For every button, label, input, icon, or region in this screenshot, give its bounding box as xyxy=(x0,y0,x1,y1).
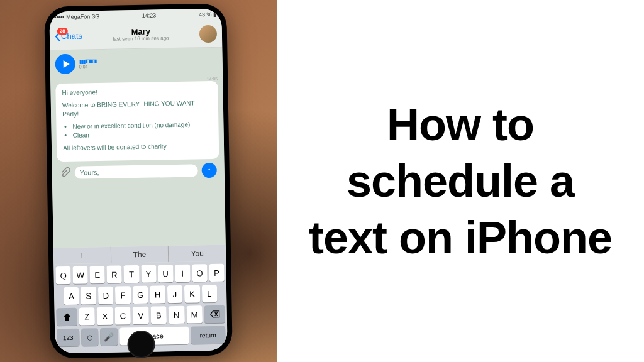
key-h[interactable]: H xyxy=(150,285,165,303)
battery-label: 43 % xyxy=(199,11,212,18)
photo-panel: ••••• MegaFon 3G 14:23 43 % ▮ Chats 28 M… xyxy=(0,0,277,362)
key-w[interactable]: W xyxy=(72,266,88,283)
key-q[interactable]: Q xyxy=(55,266,71,284)
return-key[interactable]: return xyxy=(191,326,226,344)
key-k[interactable]: K xyxy=(184,285,200,302)
message-bubble[interactable]: Hi everyone! Welcome to BRING EVERYTHING… xyxy=(55,81,219,162)
phone-screen: ••••• MegaFon 3G 14:23 43 % ▮ Chats 28 M… xyxy=(49,9,227,354)
key-f[interactable]: F xyxy=(115,286,131,304)
voice-duration: 0:04 xyxy=(79,64,96,69)
key-y[interactable]: Y xyxy=(141,265,157,283)
key-v[interactable]: V xyxy=(133,307,149,324)
mic-icon: 🎤 xyxy=(104,332,114,341)
key-d[interactable]: D xyxy=(98,287,114,304)
send-button[interactable]: ↑ xyxy=(202,163,217,178)
play-button[interactable] xyxy=(55,54,75,75)
key-i[interactable]: I xyxy=(175,265,191,282)
msg-intro: Welcome to BRING EVERYTHING YOU WANT Par… xyxy=(62,99,212,119)
suggestion[interactable]: The xyxy=(111,246,169,263)
network-label: 3G xyxy=(92,13,99,19)
last-seen-label: last seen 16 minutes ago xyxy=(86,36,196,43)
carrier-label: MegaFon xyxy=(66,13,90,20)
avatar[interactable] xyxy=(199,25,217,42)
attachment-icon[interactable] xyxy=(60,167,71,178)
key-m[interactable]: M xyxy=(186,305,203,323)
shift-key[interactable] xyxy=(56,308,77,326)
key-s[interactable]: S xyxy=(80,287,96,304)
voice-message[interactable]: ▮▮▮▮▯▮▮▯▮ 0:04 xyxy=(55,52,218,74)
key-x[interactable]: X xyxy=(97,307,113,325)
numbers-key[interactable]: 123 xyxy=(57,329,79,347)
clock-label: 14:23 xyxy=(142,12,157,18)
chat-header: Chats 28 Mary last seen 16 minutes ago xyxy=(50,20,223,51)
signal-icon: ••••• xyxy=(54,14,64,20)
key-u[interactable]: U xyxy=(158,265,174,282)
play-icon xyxy=(63,60,69,68)
key-a[interactable]: A xyxy=(64,287,79,305)
key-g[interactable]: G xyxy=(133,286,148,304)
msg-greeting: Hi everyone! xyxy=(62,86,211,97)
mic-key[interactable]: 🎤 xyxy=(100,328,118,346)
waveform-icon: ▮▮▮▮▯▮▮▯▮ xyxy=(79,58,96,64)
page-title: How to schedule a text on iPhone xyxy=(302,96,619,266)
key-z[interactable]: Z xyxy=(79,307,96,325)
home-button[interactable] xyxy=(127,331,155,359)
iphone-device: ••••• MegaFon 3G 14:23 43 % ▮ Chats 28 M… xyxy=(44,4,233,359)
key-l[interactable]: L xyxy=(201,285,217,302)
suggestion[interactable]: You xyxy=(169,245,226,263)
key-e[interactable]: E xyxy=(90,266,106,283)
chat-body[interactable]: ▮▮▮▮▯▮▮▯▮ 0:04 14:05 Hi everyone! Welcom… xyxy=(50,48,225,248)
battery-icon: ▮ xyxy=(213,11,216,18)
emoji-key[interactable]: ☺ xyxy=(81,328,99,346)
arrow-up-icon: ↑ xyxy=(208,166,211,175)
key-p[interactable]: P xyxy=(209,264,225,282)
key-n[interactable]: N xyxy=(169,306,185,324)
backspace-icon xyxy=(209,310,219,318)
emoji-icon: ☺ xyxy=(86,332,94,342)
message-input[interactable]: Yours, xyxy=(75,164,198,178)
key-c[interactable]: C xyxy=(114,307,131,324)
msg-footer: All leftovers will be donated to charity xyxy=(63,141,213,153)
key-t[interactable]: T xyxy=(124,265,140,283)
shift-icon xyxy=(62,312,71,321)
key-b[interactable]: B xyxy=(150,306,167,324)
key-r[interactable]: R xyxy=(107,265,123,283)
unread-badge: 28 xyxy=(57,27,68,34)
key-j[interactable]: J xyxy=(167,285,183,303)
compose-row: Yours, ↑ xyxy=(57,163,219,180)
key-o[interactable]: O xyxy=(192,264,208,282)
back-button[interactable]: Chats 28 xyxy=(55,31,82,41)
suggestion[interactable]: I xyxy=(53,247,111,265)
title-panel: How to schedule a text on iPhone xyxy=(277,0,644,362)
backspace-key[interactable] xyxy=(204,305,225,324)
